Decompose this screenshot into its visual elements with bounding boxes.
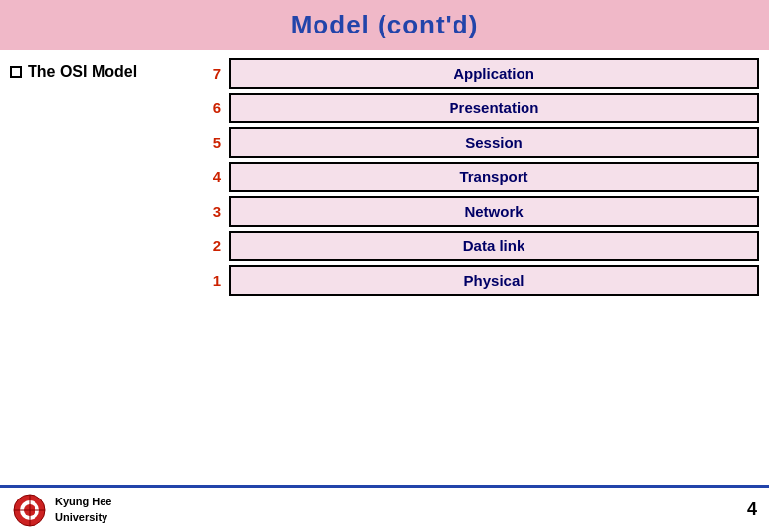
university-logo: Kyung Hee University	[12, 493, 111, 528]
layer-number: 1	[207, 272, 221, 289]
layer-number: 4	[207, 168, 221, 185]
layer-number: 7	[207, 65, 221, 82]
table-row: 6Presentation	[207, 93, 759, 123]
bullet-icon	[10, 66, 22, 78]
university-name-line1: Kyung Hee	[55, 495, 111, 509]
layer-label: Session	[229, 127, 759, 158]
page-number: 4	[747, 499, 757, 520]
osi-layers-panel: 7Application6Presentation5Session4Transp…	[207, 58, 759, 296]
layer-label: Presentation	[229, 93, 759, 123]
table-row: 7Application	[207, 58, 759, 89]
layer-label: Transport	[229, 162, 759, 192]
university-name-line2: University	[55, 510, 111, 525]
osi-model-label: The OSI Model	[28, 63, 137, 81]
layer-number: 6	[207, 100, 221, 116]
layer-label: Data link	[229, 231, 759, 261]
page-title: Model (cont'd)	[291, 10, 479, 39]
table-row: 4Transport	[207, 162, 759, 192]
table-row: 3Network	[207, 196, 759, 227]
layer-label: Application	[229, 58, 759, 89]
layer-label: Network	[229, 196, 759, 227]
layer-label: Physical	[229, 265, 759, 296]
layer-number: 2	[207, 237, 221, 254]
footer: Kyung Hee University 4	[0, 485, 769, 532]
title-bar: Model (cont'd)	[0, 0, 769, 50]
table-row: 5Session	[207, 127, 759, 158]
table-row: 1Physical	[207, 265, 759, 296]
table-row: 2Data link	[207, 231, 759, 261]
logo-emblem-icon	[12, 493, 47, 528]
layer-number: 3	[207, 203, 221, 220]
layer-number: 5	[207, 134, 221, 151]
